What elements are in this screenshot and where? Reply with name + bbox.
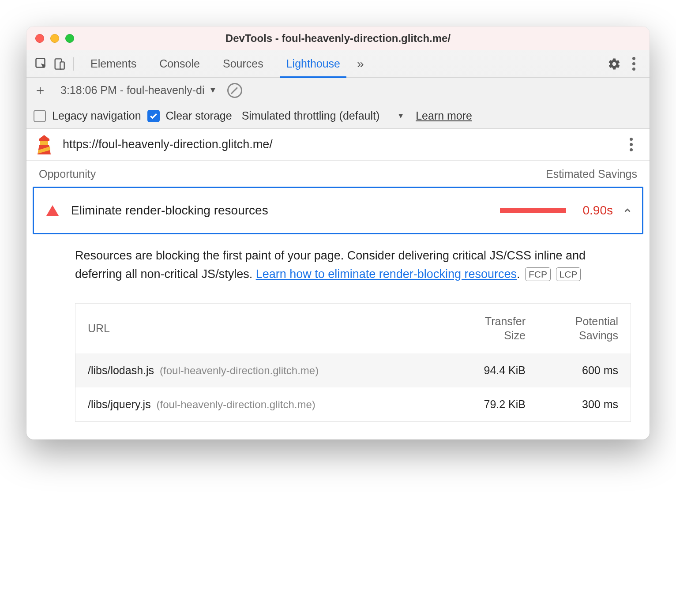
svg-marker-3 xyxy=(39,135,49,141)
chevron-up-icon xyxy=(623,206,632,215)
resource-savings: 300 ms xyxy=(526,398,618,411)
table-header-row: URL TransferSize PotentialSavings xyxy=(75,304,631,353)
resource-path[interactable]: /libs/lodash.js xyxy=(88,364,154,376)
tab-lighthouse[interactable]: Lighthouse xyxy=(275,50,352,78)
report-selector-label: 3:18:06 PM - foul-heavenly-di xyxy=(60,84,205,97)
window-title: DevTools - foul-heavenly-direction.glitc… xyxy=(26,32,650,45)
metric-badge-lcp: LCP xyxy=(556,267,581,281)
legacy-navigation-checkbox[interactable] xyxy=(34,110,46,122)
learn-more-link[interactable]: Learn more xyxy=(416,109,472,122)
resource-host: (foul-heavenly-direction.glitch.me) xyxy=(160,364,319,376)
title-bar: DevTools - foul-heavenly-direction.glitc… xyxy=(26,26,650,50)
opportunity-description: Resources are blocking the first paint o… xyxy=(26,234,650,288)
resource-host: (foul-heavenly-direction.glitch.me) xyxy=(157,398,315,410)
col-header-savings: PotentialSavings xyxy=(526,314,618,343)
desc-text-end: . xyxy=(517,267,520,281)
more-menu-icon[interactable] xyxy=(624,54,643,74)
metric-badge-fcp: FCP xyxy=(525,267,551,281)
resource-path[interactable]: /libs/jquery.js xyxy=(88,398,151,410)
tab-console[interactable]: Console xyxy=(148,50,211,78)
chevron-down-icon[interactable]: ▼ xyxy=(397,112,404,120)
page-url: https://foul-heavenly-direction.glitch.m… xyxy=(63,138,621,151)
report-selector[interactable]: 3:18:06 PM - foul-heavenly-di ▼ xyxy=(60,84,217,97)
tab-elements[interactable]: Elements xyxy=(79,50,148,78)
section-right-label: Estimated Savings xyxy=(546,168,637,180)
clear-storage-checkbox[interactable] xyxy=(147,110,160,122)
table-row: /libs/jquery.js (foul-heavenly-direction… xyxy=(75,387,631,421)
report-toolbar: ＋ 3:18:06 PM - foul-heavenly-di ▼ xyxy=(26,78,650,103)
savings-value: 0.90s xyxy=(583,203,613,218)
divider xyxy=(55,83,55,98)
divider xyxy=(73,57,74,71)
clear-storage-label: Clear storage xyxy=(166,109,232,122)
table-row: /libs/lodash.js (foul-heavenly-direction… xyxy=(75,353,631,387)
report-menu-icon[interactable] xyxy=(621,135,641,154)
fail-triangle-icon xyxy=(46,205,59,216)
new-report-button[interactable]: ＋ xyxy=(34,81,47,99)
device-toolbar-icon[interactable] xyxy=(50,55,68,73)
chevron-down-icon: ▼ xyxy=(209,86,217,95)
devtools-window: DevTools - foul-heavenly-direction.glitc… xyxy=(26,26,650,439)
tabs-row: Elements Console Sources Lighthouse » xyxy=(26,50,650,78)
settings-icon[interactable] xyxy=(605,54,624,74)
opportunity-title: Eliminate render-blocking resources xyxy=(71,203,500,218)
more-tabs-icon[interactable]: » xyxy=(352,57,369,71)
resource-size: 94.4 KiB xyxy=(446,364,526,377)
resource-savings: 600 ms xyxy=(526,364,618,377)
svg-rect-4 xyxy=(40,141,48,145)
savings-bar xyxy=(500,208,566,213)
col-header-url: URL xyxy=(88,322,446,335)
throttling-label: Simulated throttling (default) xyxy=(242,109,380,122)
desc-link[interactable]: Learn how to eliminate render-blocking r… xyxy=(256,267,517,281)
inspect-element-icon[interactable] xyxy=(33,55,50,73)
legacy-navigation-label: Legacy navigation xyxy=(52,109,141,122)
col-header-size: TransferSize xyxy=(446,314,526,343)
clear-icon[interactable] xyxy=(227,83,242,98)
svg-rect-2 xyxy=(60,62,64,69)
url-row: https://foul-heavenly-direction.glitch.m… xyxy=(26,129,650,161)
resources-table: URL TransferSize PotentialSavings /libs/… xyxy=(75,303,631,422)
tab-sources[interactable]: Sources xyxy=(211,50,275,78)
section-left-label: Opportunity xyxy=(39,168,96,180)
options-toolbar: Legacy navigation Clear storage Simulate… xyxy=(26,103,650,129)
resource-size: 79.2 KiB xyxy=(446,398,526,411)
lighthouse-icon xyxy=(35,135,53,154)
section-header: Opportunity Estimated Savings xyxy=(26,161,650,187)
opportunity-row[interactable]: Eliminate render-blocking resources 0.90… xyxy=(33,187,643,234)
